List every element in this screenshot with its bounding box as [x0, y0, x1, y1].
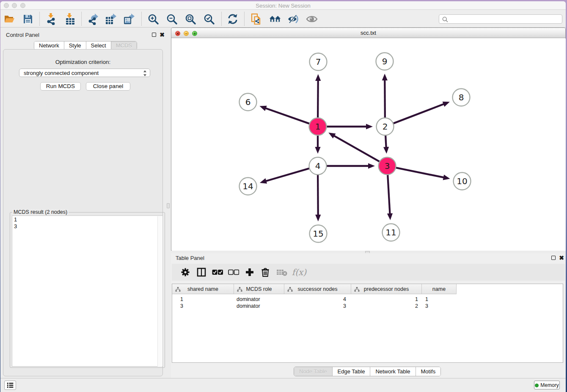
graph-edge-arrowhead	[387, 213, 393, 220]
delete-icon[interactable]	[259, 266, 271, 278]
close-panel-icon[interactable]: ✖	[160, 31, 165, 38]
table-cell[interactable]: 4	[284, 296, 351, 303]
column-header[interactable]: MCDS role	[234, 284, 284, 294]
tab-network-table[interactable]: Network Table	[370, 367, 416, 376]
export-table-icon[interactable]	[105, 13, 117, 25]
gear-icon[interactable]	[179, 266, 191, 278]
graph-edge-2-8[interactable]	[392, 103, 446, 124]
table-cell[interactable]: dominator	[234, 303, 284, 310]
zoom-out-icon[interactable]	[166, 13, 178, 25]
window-title: Session: New Session	[0, 3, 566, 9]
tab-motifs[interactable]: Motifs	[416, 367, 441, 376]
network-canvas[interactable]: 1234678910111415	[172, 39, 566, 251]
control-panel-tabs: Network Style Select MCDS	[34, 41, 137, 50]
save-session-icon[interactable]	[22, 13, 34, 25]
mcds-panel: Optimization criterion: strongly connect…	[3, 49, 163, 376]
divider-grip[interactable]	[167, 203, 170, 208]
memory-status-dot	[535, 384, 539, 387]
vertical-split-divider[interactable]	[165, 28, 171, 378]
graph-edge-3-11[interactable]	[388, 174, 390, 216]
add-icon[interactable]	[244, 266, 256, 278]
graph-edge-4-14[interactable]	[263, 168, 310, 182]
tab-mcds[interactable]: MCDS	[111, 41, 137, 50]
tab-select[interactable]: Select	[86, 41, 111, 50]
graph-edge-3-10[interactable]	[395, 168, 446, 178]
table-panel-buttons: ✖	[551, 255, 564, 261]
refresh-icon[interactable]	[227, 13, 239, 25]
table-cell[interactable]: dominator	[234, 296, 284, 303]
float-panel-icon[interactable]	[551, 256, 556, 260]
graph-edge-3-1[interactable]	[332, 135, 380, 162]
criterion-dropdown[interactable]: strongly connected component	[19, 69, 150, 77]
graph-node-label: 8	[459, 92, 464, 102]
column-tree-icon	[237, 287, 242, 292]
tab-style[interactable]: Style	[64, 41, 86, 50]
float-panel-icon[interactable]	[152, 33, 156, 37]
split-columns-icon[interactable]	[195, 266, 207, 278]
function-builder-icon[interactable]: f(x)	[292, 266, 307, 278]
zoom-selected-icon[interactable]	[203, 13, 215, 25]
toolbar-separator	[221, 12, 222, 26]
delete-table-icon[interactable]	[276, 266, 288, 278]
graph-edge-2-9[interactable]	[385, 77, 385, 119]
table-cell[interactable]: 1	[422, 296, 457, 303]
first-neighbors-icon[interactable]	[269, 13, 281, 25]
table-tabs: Node Table Edge Table Network Table Moti…	[294, 367, 441, 376]
column-header[interactable]: successor nodes	[284, 284, 351, 294]
run-mcds-button[interactable]: Run MCDS	[40, 82, 81, 91]
column-header[interactable]: shared name	[172, 284, 234, 294]
column-header[interactable]: name	[422, 284, 457, 294]
import-network-icon[interactable]	[46, 13, 58, 25]
list-item[interactable]: 3	[12, 223, 162, 229]
show-all-icon[interactable]	[306, 13, 318, 25]
graph-edge-4-15[interactable]	[318, 174, 318, 218]
chevron-updown-icon	[143, 70, 147, 77]
export-network-icon[interactable]	[87, 13, 99, 25]
tab-network[interactable]: Network	[34, 41, 64, 50]
result-scrollbar[interactable]	[157, 216, 162, 367]
tab-node-table[interactable]: Node Table	[294, 367, 333, 376]
table-cell[interactable]: 1	[351, 296, 422, 303]
zoom-fit-icon[interactable]	[184, 13, 196, 25]
table-cell[interactable]: 3	[284, 303, 351, 310]
import-table-icon[interactable]	[64, 13, 76, 25]
network-view-frame: ✕ – + scc.txt 1234678910111415	[171, 28, 566, 251]
table-cell[interactable]: 2	[351, 303, 422, 310]
column-tree-icon	[175, 287, 181, 292]
table-cell[interactable]: 1	[172, 296, 234, 303]
graph-edge-1-7[interactable]	[318, 78, 318, 119]
table-cell[interactable]: 3	[172, 303, 234, 310]
deselect-all-icon[interactable]	[228, 266, 239, 278]
graph-edge-arrowhead	[259, 106, 267, 111]
hide-selected-icon[interactable]	[287, 13, 299, 25]
select-all-icon[interactable]	[212, 266, 223, 278]
graph-svg: 1234678910111415	[172, 39, 566, 251]
column-header[interactable]: predecessor nodes	[351, 284, 422, 294]
toolbar-separator	[244, 12, 245, 26]
tab-edge-table[interactable]: Edge Table	[333, 367, 371, 376]
memory-button[interactable]: Memory	[534, 381, 560, 389]
copy-network-icon[interactable]	[250, 13, 262, 25]
search-field[interactable]	[439, 14, 562, 24]
graph-edge-arrowhead	[315, 147, 320, 154]
network-frame-titlebar[interactable]: ✕ – + scc.txt	[171, 28, 565, 38]
table-toolbar: f(x)	[172, 264, 565, 281]
graph-edge-1-6[interactable]	[263, 108, 311, 124]
open-session-icon[interactable]	[3, 13, 15, 25]
column-tree-icon	[287, 287, 293, 292]
control-panel-title: Control Panel	[6, 32, 39, 38]
toolbar-separator	[39, 12, 40, 26]
mcds-result-list[interactable]: 1 3	[12, 215, 163, 367]
list-item[interactable]: 1	[12, 216, 162, 223]
graph-node-label: 11	[385, 227, 396, 237]
table-cell[interactable]: 3	[422, 303, 457, 310]
close-panel-button[interactable]: Close panel	[86, 82, 130, 91]
toolbar-separator	[81, 12, 82, 26]
export-image-icon[interactable]	[123, 13, 135, 25]
close-panel-icon[interactable]: ✖	[559, 254, 564, 261]
show-hide-panels-button[interactable]	[4, 381, 16, 390]
search-input[interactable]	[450, 15, 560, 23]
graph-node-label: 1	[315, 121, 321, 132]
graph-edge-arrowhead	[383, 147, 389, 154]
zoom-in-icon[interactable]	[147, 13, 159, 25]
